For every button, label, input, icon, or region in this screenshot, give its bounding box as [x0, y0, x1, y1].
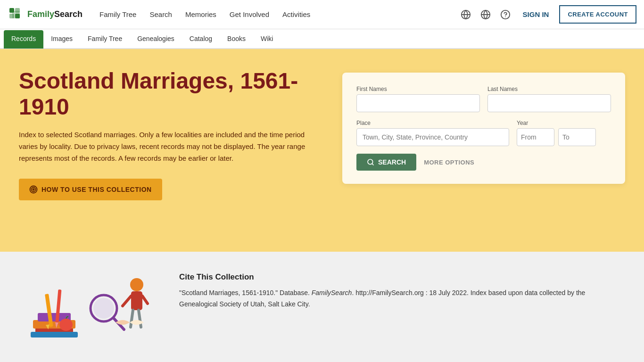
svg-line-33: [131, 310, 133, 327]
hero-content: Scotland Marriages, 1561-1910 Index to s…: [19, 68, 323, 228]
sign-in-button[interactable]: SIGN IN: [518, 8, 554, 21]
search-card: First Names Last Names Place Year: [342, 73, 625, 184]
cite-familysearch-italic: FamilySearch: [312, 289, 352, 296]
search-icon: [367, 158, 374, 166]
subnav-images[interactable]: Images: [43, 30, 80, 49]
how-to-use-button[interactable]: HOW TO USE THIS COLLECTION: [19, 179, 162, 200]
year-from-input[interactable]: [517, 128, 554, 146]
subnav-catalog[interactable]: Catalog: [182, 30, 220, 49]
illustration-svg: [21, 271, 158, 355]
cite-area: Cite This Collection "Scotland Marriages…: [179, 271, 625, 355]
subnav-genealogies[interactable]: Genealogies: [130, 30, 182, 49]
collection-description: Index to selected Scotland marriages. On…: [19, 129, 323, 164]
svg-point-14: [33, 189, 34, 190]
collection-title: Scotland Marriages, 1561-1910: [19, 68, 323, 120]
nav-memories[interactable]: Memories: [180, 8, 222, 21]
globe-icon-button[interactable]: [479, 8, 493, 22]
last-names-group: Last Names: [487, 86, 611, 112]
hero-section: Scotland Marriages, 1561-1910 Index to s…: [0, 49, 644, 252]
bottom-section: Cite This Collection "Scotland Marriages…: [0, 252, 644, 362]
first-names-group: First Names: [356, 86, 480, 112]
year-label: Year: [517, 120, 611, 126]
year-to-input[interactable]: [558, 128, 596, 146]
year-group: Year: [517, 120, 611, 146]
globe-icon: [480, 9, 491, 20]
search-btn-label: SEARCH: [378, 158, 406, 166]
svg-rect-5: [12, 11, 20, 18]
svg-rect-30: [131, 291, 142, 310]
place-group: Place: [356, 120, 509, 146]
svg-line-31: [123, 296, 131, 306]
place-input[interactable]: [356, 128, 509, 146]
svg-point-21: [59, 319, 73, 331]
last-names-label: Last Names: [487, 86, 611, 92]
last-names-input[interactable]: [487, 94, 611, 112]
create-account-button[interactable]: CREATE ACCOUNT: [559, 5, 636, 24]
svg-rect-20: [31, 332, 78, 337]
familysearch-logo-icon: [8, 6, 25, 23]
subnav-family-tree[interactable]: Family Tree: [80, 30, 130, 49]
svg-point-13: [32, 187, 36, 191]
nav-get-involved[interactable]: Get Involved: [224, 8, 275, 21]
svg-point-29: [130, 278, 143, 291]
target-icon: [29, 185, 38, 194]
logo-link[interactable]: FamilySearch: [8, 6, 83, 23]
nav-family-tree[interactable]: Family Tree: [94, 8, 142, 21]
first-names-input[interactable]: [356, 94, 480, 112]
nav-activities[interactable]: Activities: [277, 8, 316, 21]
subnav-wiki[interactable]: Wiki: [253, 30, 281, 49]
cite-title: Cite This Collection: [179, 272, 625, 282]
name-row: First Names Last Names: [356, 86, 611, 112]
sub-navigation: Records Images Family Tree Genealogies C…: [0, 29, 644, 49]
location-icon: [461, 9, 471, 20]
svg-line-34: [139, 310, 141, 327]
cite-text: "Scotland Marriages, 1561-1910." Databas…: [179, 288, 625, 310]
subnav-books[interactable]: Books: [220, 30, 253, 49]
nav-search[interactable]: Search: [144, 8, 178, 21]
svg-point-27: [93, 298, 114, 319]
logo-text: FamilySearch: [27, 9, 83, 19]
how-to-label: HOW TO USE THIS COLLECTION: [41, 186, 152, 193]
form-actions: SEARCH MORE OPTIONS: [356, 154, 611, 171]
main-nav: Family Tree Search Memories Get Involved…: [94, 8, 458, 21]
more-options-button[interactable]: MORE OPTIONS: [424, 159, 474, 166]
top-right-actions: SIGN IN CREATE ACCOUNT: [459, 5, 636, 24]
illustration-area: [19, 271, 160, 355]
subnav-records[interactable]: Records: [4, 30, 43, 49]
location-icon-button[interactable]: [459, 8, 473, 22]
place-year-row: Place Year: [356, 120, 611, 146]
first-names-label: First Names: [356, 86, 480, 92]
svg-line-32: [142, 296, 148, 304]
place-label: Place: [356, 120, 509, 126]
help-icon-button[interactable]: [498, 8, 512, 22]
help-icon: [500, 9, 511, 20]
cite-text-part1: "Scotland Marriages, 1561-1910." Databas…: [179, 289, 312, 296]
top-navigation: FamilySearch Family Tree Search Memories…: [0, 0, 644, 29]
svg-line-16: [372, 164, 373, 165]
search-button[interactable]: SEARCH: [356, 154, 416, 171]
